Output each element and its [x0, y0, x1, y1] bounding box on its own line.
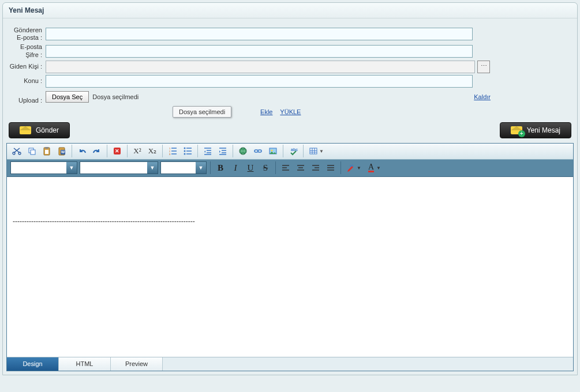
- font-family-select[interactable]: ▼: [10, 161, 77, 174]
- send-button[interactable]: Gönder: [9, 122, 70, 138]
- unordered-list-button[interactable]: [181, 144, 194, 158]
- font-color-icon: A: [368, 164, 374, 172]
- svg-point-18: [184, 148, 186, 149]
- highlight-button[interactable]: ab ▼: [344, 161, 364, 175]
- svg-point-0: [13, 152, 15, 154]
- tab-design[interactable]: Design: [7, 357, 59, 371]
- paste-word-button[interactable]: W: [55, 144, 69, 158]
- svg-point-19: [184, 150, 186, 152]
- italic-icon: I: [234, 163, 237, 173]
- align-right-icon: [311, 163, 320, 172]
- svg-point-36: [271, 150, 273, 152]
- editor-content[interactable]: ----------------------------------------…: [7, 177, 573, 357]
- clear-format-button[interactable]: ✕: [110, 144, 124, 158]
- svg-text:ab: ab: [350, 164, 354, 167]
- bold-icon: B: [218, 163, 223, 173]
- align-justify-icon: [326, 163, 335, 172]
- recipient-label: Giden Kişi :: [9, 63, 42, 70]
- table-button[interactable]: ▼: [306, 144, 326, 158]
- underline-button[interactable]: U: [244, 161, 257, 175]
- chain-icon: [253, 146, 263, 156]
- panel-title: Yeni Mesaj: [3, 3, 577, 18]
- chevron-down-icon: ▼: [196, 162, 206, 174]
- scissors-icon: [12, 146, 21, 156]
- outdent-button[interactable]: [201, 144, 215, 158]
- recipient-input[interactable]: [46, 61, 475, 73]
- unordered-list-icon: [183, 146, 192, 156]
- highlighter-icon: ab: [346, 163, 356, 172]
- rich-text-editor: W ✕ X² X₂ 123: [6, 143, 574, 371]
- add-link[interactable]: Ekle: [260, 108, 272, 115]
- view-tabs: Design HTML Preview: [7, 357, 573, 371]
- email-password-label: E-posta Şifre :: [9, 43, 42, 58]
- new-message-button[interactable]: Yeni Mesaj: [500, 122, 571, 138]
- unlink-button[interactable]: [251, 144, 265, 158]
- underline-icon: U: [248, 163, 254, 173]
- align-center-button[interactable]: [294, 161, 308, 175]
- paste-button[interactable]: [40, 144, 54, 158]
- copy-button[interactable]: [25, 144, 39, 158]
- indent-button[interactable]: [216, 144, 230, 158]
- upload-link[interactable]: YÜKLE: [280, 108, 301, 115]
- svg-rect-5: [45, 147, 48, 149]
- eraser-icon: ✕: [113, 146, 122, 156]
- svg-rect-33: [255, 150, 258, 152]
- undo-button[interactable]: [75, 144, 89, 158]
- recipient-picker-button[interactable]: ⋯: [477, 61, 490, 73]
- svg-rect-38: [310, 148, 317, 154]
- subject-input[interactable]: [46, 75, 473, 88]
- align-center-icon: [296, 163, 305, 172]
- outdent-icon: [203, 146, 212, 156]
- superscript-button[interactable]: X²: [130, 144, 144, 158]
- svg-text:abc: abc: [291, 148, 298, 152]
- clipboard-word-icon: W: [57, 146, 66, 156]
- strike-icon: S: [263, 163, 268, 173]
- indent-icon: [218, 146, 227, 156]
- image-button[interactable]: [266, 144, 280, 158]
- globe-link-icon: [238, 146, 248, 156]
- subscript-button[interactable]: X₂: [145, 144, 159, 158]
- font-size-select[interactable]: ▼: [80, 161, 158, 174]
- paragraph-style-select[interactable]: ▼: [160, 161, 207, 174]
- envelope-icon: [20, 126, 31, 134]
- strike-button[interactable]: S: [259, 161, 272, 175]
- redo-button[interactable]: [90, 144, 104, 158]
- svg-rect-6: [45, 150, 48, 154]
- sender-email-label: Gönderen E-posta :: [9, 27, 42, 42]
- table-icon: [309, 146, 318, 156]
- envelope-plus-icon: [511, 126, 522, 134]
- choose-file-button[interactable]: Dosya Seç: [46, 91, 89, 103]
- undo-icon: [77, 146, 87, 156]
- email-password-input[interactable]: [46, 45, 473, 58]
- remove-link[interactable]: Kaldır: [474, 93, 491, 100]
- ordered-list-button[interactable]: 123: [166, 144, 179, 158]
- spellcheck-icon: abc: [289, 146, 298, 156]
- align-left-button[interactable]: [279, 161, 293, 175]
- cut-button[interactable]: [10, 144, 24, 158]
- editor-toolbar-1: W ✕ X² X₂ 123: [7, 144, 573, 160]
- svg-point-20: [184, 153, 186, 155]
- svg-text:3: 3: [169, 153, 171, 156]
- tab-html[interactable]: HTML: [59, 357, 111, 371]
- sender-email-input[interactable]: [46, 28, 473, 40]
- svg-rect-34: [258, 150, 261, 152]
- subject-label: Konu :: [9, 77, 42, 85]
- link-button[interactable]: [236, 144, 250, 158]
- font-color-button[interactable]: A ▼: [365, 161, 384, 175]
- upload-label: Upload :: [9, 91, 42, 104]
- ordered-list-icon: 123: [168, 146, 177, 156]
- chevron-down-icon: ▼: [357, 165, 361, 171]
- superscript-icon: X²: [133, 146, 141, 156]
- tab-preview[interactable]: Preview: [111, 357, 163, 371]
- chevron-down-icon: ▼: [147, 162, 158, 174]
- align-right-button[interactable]: [309, 161, 323, 175]
- chevron-down-icon: ▼: [319, 149, 324, 154]
- chevron-down-icon: ▼: [66, 162, 77, 174]
- svg-rect-3: [31, 150, 35, 154]
- send-button-label: Gönder: [36, 126, 59, 134]
- spellcheck-button[interactable]: abc: [286, 144, 300, 158]
- bold-button[interactable]: B: [214, 161, 227, 175]
- clipboard-icon: [42, 146, 51, 156]
- italic-button[interactable]: I: [229, 161, 242, 175]
- align-justify-button[interactable]: [324, 161, 338, 175]
